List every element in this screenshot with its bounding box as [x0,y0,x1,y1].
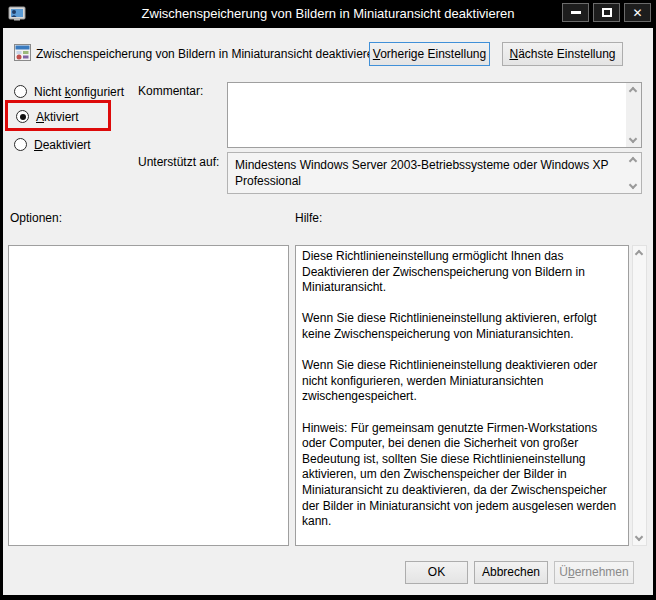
options-label: Optionen: [10,211,62,225]
maximize-icon [602,8,612,17]
comment-scrollbar[interactable] [626,83,641,147]
scroll-down-icon[interactable] [629,135,637,143]
radio-label-enabled: Aktiviert [36,110,79,124]
policy-setting-window: Zwischenspeicherung von Bildern in Minia… [0,0,656,600]
help-scrollbar[interactable] [632,245,647,546]
radio-circle-enabled[interactable] [16,110,29,123]
radio-disabled[interactable]: Deaktiviert [14,137,91,152]
close-button[interactable]: ✕ [624,3,651,22]
radio-label-not-configured: Nicht konfiguriert [34,85,124,99]
comment-label: Kommentar: [138,84,203,98]
policy-title: Zwischenspeicherung von Bildern in Minia… [36,47,380,61]
help-panel: Diese Richtlinieneinstellung ermöglicht … [295,245,629,546]
scroll-up-icon[interactable] [629,87,637,95]
scroll-down-icon[interactable] [629,181,637,189]
supported-on-value: Mindestens Windows Server 2003-Betriebss… [235,157,621,189]
options-panel [8,245,289,546]
title-bar: Zwischenspeicherung von Bildern in Minia… [3,0,653,28]
close-icon: ✕ [632,7,642,19]
comment-input[interactable] [228,83,626,147]
radio-circle-disabled[interactable] [14,138,27,151]
minimize-icon [571,11,581,14]
cancel-button[interactable]: Abbrechen [474,561,548,584]
dialog-body: Zwischenspeicherung von Bildern in Minia… [3,28,653,595]
ok-button[interactable]: OK [405,561,468,584]
help-text: Diese Richtlinieneinstellung ermöglicht … [302,249,622,530]
window-title: Zwischenspeicherung von Bildern in Minia… [3,6,653,21]
help-label: Hilfe: [295,211,322,225]
previous-setting-button[interactable]: Vorherige Einstellung [369,42,490,66]
maximize-button[interactable] [593,3,620,22]
policy-setting-icon [14,44,31,61]
scroll-down-icon[interactable] [635,533,643,541]
scroll-up-icon[interactable] [629,157,637,165]
comment-box [227,82,642,148]
radio-label-disabled: Deaktiviert [34,138,91,152]
apply-button: Übernehmen [554,561,634,584]
supported-on-label: Unterstützt auf: [138,155,219,169]
radio-circle-not-configured[interactable] [14,85,27,98]
scroll-up-icon[interactable] [635,250,643,258]
radio-not-configured[interactable]: Nicht konfiguriert [14,84,124,99]
minimize-button[interactable] [562,3,589,22]
supported-on-box: Mindestens Windows Server 2003-Betriebss… [227,152,642,194]
radio-enabled[interactable]: Aktiviert [16,109,79,124]
supported-scrollbar[interactable] [626,153,641,193]
next-setting-button[interactable]: Nächste Einstellung [502,42,623,66]
